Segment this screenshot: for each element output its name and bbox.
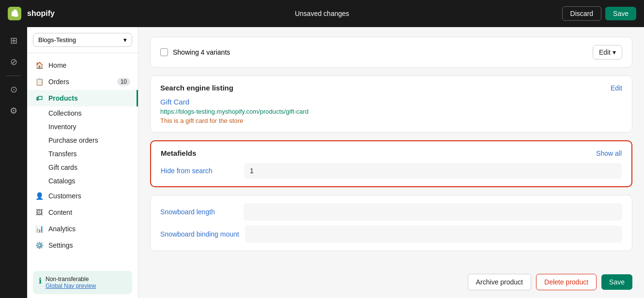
metafield-label-snowboard-binding: Snowboard binding mount [160,230,239,238]
metafields-show-all-button[interactable]: Show all [596,149,622,157]
customers-icon: 👤 [35,192,44,200]
bottom-actions: Archive product Delete product Save [138,266,644,298]
orders-badge: 10 [117,78,130,86]
sel-title: Search engine listing [160,84,233,92]
rail-home-icon[interactable]: ⊞ [4,31,23,50]
store-selector: Blogs-Testing ▾ [27,27,138,53]
rail-gear-icon[interactable]: ⚙ [4,101,23,120]
metafield-value-snowboard-length [244,203,622,221]
variants-card: Showing 4 variants Edit ▾ [150,37,632,68]
orders-icon: 📋 [35,77,44,86]
delete-product-button[interactable]: Delete product [536,274,597,290]
sidebar-item-label: Customers [48,192,81,200]
sidebar-item-settings[interactable]: ⚙️ Settings [27,237,138,253]
sidebar-item-catalogs[interactable]: Catalogs [48,174,138,188]
sidebar-item-label: Catalogs [48,177,75,185]
home-icon: 🏠 [35,61,44,70]
sidebar-item-gift-cards[interactable]: Gift cards [48,161,138,174]
store-name: Blogs-Testing [38,36,76,44]
sidebar-item-content[interactable]: 🖼 Content [27,204,138,221]
main-content: Showing 4 variants Edit ▾ Search engine … [138,27,644,298]
rail-graph-icon[interactable]: ⊘ [4,52,23,72]
shopify-logo-icon [8,7,21,20]
products-icon: 🏷 [35,94,44,103]
save-top-button[interactable]: Save [605,7,636,20]
variants-row: Showing 4 variants Edit ▾ [160,45,622,60]
metafield-row-snowboard-binding: Snowboard binding mount [160,225,622,243]
store-dropdown[interactable]: Blogs-Testing ▾ [33,33,132,47]
sidebar: Blogs-Testing ▾ 🏠 Home 📋 Orders 10 🏷 Pro… [27,27,138,298]
topbar-left: shopify [8,7,55,20]
sidebar-item-label: Collections [48,109,81,117]
info-banner: ℹ Non-transferable Global Nav preview [33,271,132,294]
sidebar-item-label: Orders [48,78,69,86]
metafield-row-hide-from-search: Hide from search 1 [161,163,622,179]
variants-showing-text: Showing 4 variants [173,48,230,56]
rail-users-icon[interactable]: ⊙ [4,80,23,99]
metafield-label-snowboard-length: Snowboard length [160,208,238,216]
variants-left: Showing 4 variants [160,48,230,56]
metafield-label-hide-from-search: Hide from search [161,167,238,175]
sidebar-item-label: Home [48,61,66,69]
sidebar-item-orders[interactable]: 📋 Orders 10 [27,74,138,90]
settings-icon: ⚙️ [35,241,44,250]
sidebar-item-label: Gift cards [48,164,77,171]
sel-description: This is a gift card for the store [160,117,622,124]
sidebar-item-label: Transfers [48,150,77,158]
metafields-card: Metafields Show all Hide from search 1 [150,140,632,187]
sel-edit-button[interactable]: Edit [611,84,622,92]
sidebar-item-collections[interactable]: Collections [48,106,138,120]
save-bottom-button[interactable]: Save [601,274,632,290]
sidebar-item-customers[interactable]: 👤 Customers [27,188,138,204]
sidebar-item-label: Inventory [48,123,77,131]
sidebar-item-label: Settings [48,241,73,249]
metafield-row-snowboard-length: Snowboard length [160,203,622,221]
discard-button[interactable]: Discard [562,6,601,21]
metafield-value-hide-from-search: 1 [244,163,622,179]
shopify-wordmark: shopify [27,9,55,18]
metafields-header: Metafields Show all [161,149,622,157]
sidebar-nav: 🏠 Home 📋 Orders 10 🏷 Products Collection… [27,53,138,267]
chevron-down-icon: ▾ [123,36,127,44]
icon-rail: ⊞ ⊘ ⊙ ⚙ [0,27,27,298]
archive-product-button[interactable]: Archive product [468,274,531,290]
edit-label: Edit [599,48,611,56]
search-engine-listing-card: Search engine listing Edit Gift Card htt… [150,75,632,133]
analytics-icon: 📊 [35,224,44,233]
sidebar-item-products[interactable]: 🏷 Products [27,90,138,106]
variants-checkbox[interactable] [160,48,168,56]
products-submenu: Collections Inventory Purchase orders Tr… [27,106,138,188]
info-icon: ℹ [39,276,42,285]
global-nav-link[interactable]: Global Nav preview [46,283,96,289]
metafields-title: Metafields [161,149,196,157]
topbar-actions: Discard Save [562,6,636,21]
info-banner-text: Non-transferable [46,276,89,283]
topbar-title: Unsaved changes [295,10,349,17]
sel-url: https://blogs-testing.myshopify.com/prod… [160,108,622,115]
topbar: shopify Unsaved changes Discard Save [0,0,644,27]
metafield-value-snowboard-binding [245,225,622,243]
sidebar-item-inventory[interactable]: Inventory [48,120,138,134]
chevron-down-icon: ▾ [613,48,616,56]
sel-header: Search engine listing Edit [160,84,622,92]
sidebar-item-transfers[interactable]: Transfers [48,147,138,161]
sidebar-item-label: Analytics [48,225,76,233]
sidebar-item-home[interactable]: 🏠 Home [27,57,138,74]
metafields-extra-card: Snowboard length Snowboard binding mount [150,195,632,251]
sel-page-title: Gift Card [160,98,622,106]
sidebar-item-purchase-orders[interactable]: Purchase orders [48,134,138,147]
variants-edit-button[interactable]: Edit ▾ [593,45,622,60]
sidebar-item-label: Products [48,94,78,102]
sidebar-item-label: Purchase orders [48,136,98,144]
sidebar-item-label: Content [48,209,72,216]
info-banner-content: Non-transferable Global Nav preview [46,276,96,289]
content-icon: 🖼 [35,208,44,217]
sidebar-item-analytics[interactable]: 📊 Analytics [27,221,138,237]
